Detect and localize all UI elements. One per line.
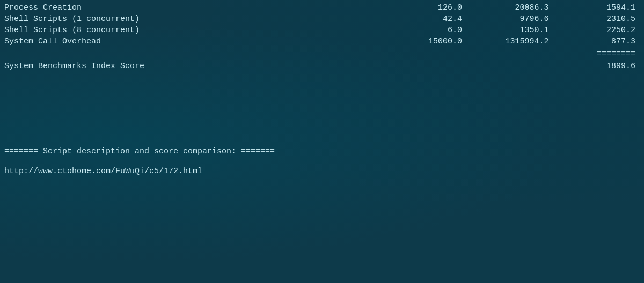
row-label: Shell Scripts (8 concurrent) (4, 25, 380, 36)
table-row: Shell Scripts (8 concurrent)6.01350.1225… (4, 25, 640, 36)
benchmark-table: Process Creation126.020086.31594.1Shell … (4, 2, 640, 72)
row-label: Process Creation (4, 2, 380, 13)
row-col3: 2310.5 (553, 13, 640, 25)
row-col2: 1315994.2 (466, 36, 553, 47)
score-row: System Benchmarks Index Score1899.6 (4, 61, 640, 72)
row-col2: 9796.6 (466, 13, 553, 25)
score-label: System Benchmarks Index Score (4, 61, 380, 72)
row-col3: 1594.1 (553, 2, 640, 13)
row-col3: 877.3 (553, 36, 640, 47)
table-row: System Call Overhead15000.01315994.2877.… (4, 36, 640, 47)
table-row: Process Creation126.020086.31594.1 (4, 2, 640, 13)
url-line[interactable]: http://www.ctohome.com/FuWuQi/c5/172.htm… (4, 167, 640, 176)
separator-row: ======== (4, 47, 640, 61)
row-label: Shell Scripts (1 concurrent) (4, 13, 380, 25)
row-col1: 6.0 (380, 25, 466, 36)
row-col1: 42.4 (380, 13, 466, 25)
terminal-window: Process Creation126.020086.31594.1Shell … (0, 0, 644, 283)
row-col1: 15000.0 (380, 36, 466, 47)
section-header: ======= Script description and score com… (4, 147, 640, 156)
row-col1: 126.0 (380, 2, 466, 13)
table-row: Shell Scripts (1 concurrent)42.49796.623… (4, 13, 640, 25)
row-col3: 2250.2 (553, 25, 640, 36)
separator: ======== (553, 47, 640, 61)
row-col2: 1350.1 (466, 25, 553, 36)
row-col2: 20086.3 (466, 2, 553, 13)
score-value: 1899.6 (553, 61, 640, 72)
row-label: System Call Overhead (4, 36, 380, 47)
